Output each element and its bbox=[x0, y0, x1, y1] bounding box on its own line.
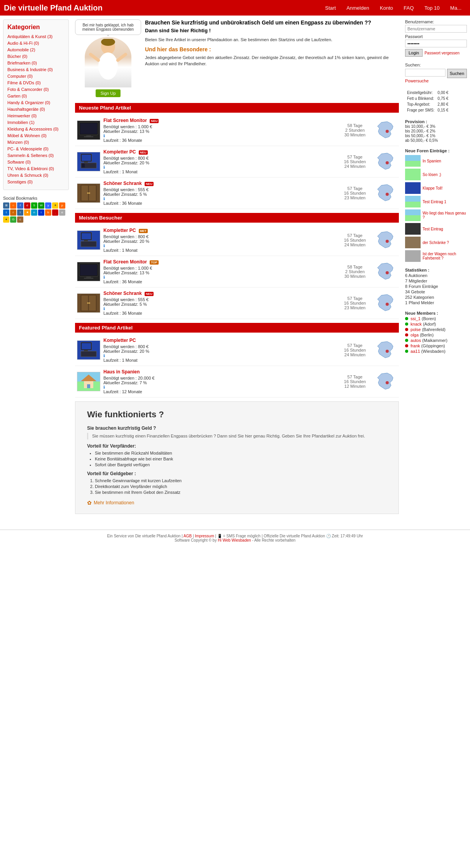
forum-link[interactable]: Test Eintrag bbox=[423, 227, 443, 231]
social-icon-7[interactable]: y bbox=[45, 202, 51, 209]
social-icon-16[interactable]: b bbox=[45, 209, 51, 216]
social-icon-12[interactable]: l bbox=[17, 209, 23, 216]
article-title-link[interactable]: Schöner Schrank bbox=[103, 291, 142, 296]
social-icon-15[interactable]: i bbox=[38, 209, 44, 216]
member-link[interactable]: autos bbox=[411, 338, 421, 343]
nav-konto[interactable]: Konto bbox=[380, 5, 393, 11]
cat-filme[interactable]: Filme & DVDs (0) bbox=[7, 80, 41, 85]
social-icon-3[interactable]: f bbox=[17, 202, 23, 209]
social-icon-17[interactable]: . bbox=[52, 209, 58, 216]
cat-handy[interactable]: Handy & Organizer (0) bbox=[7, 100, 50, 105]
copyright-link[interactable]: Hi Web Wiesbaden bbox=[218, 538, 251, 542]
nav-anmelden[interactable]: Anmelden bbox=[346, 5, 369, 11]
footer-agb-link[interactable]: AGB bbox=[183, 534, 192, 538]
social-icon-4[interactable]: d bbox=[24, 202, 30, 209]
svg-point-20 bbox=[87, 192, 89, 194]
powersuche-link[interactable]: Powersuche bbox=[405, 78, 429, 83]
footer-sms-icon: 📱 bbox=[217, 534, 222, 538]
forgot-password-link[interactable]: Passwort vergessen bbox=[425, 51, 460, 55]
social-icon-6[interactable]: W bbox=[38, 202, 44, 209]
social-icon-14[interactable]: n bbox=[31, 209, 37, 216]
cat-business[interactable]: Business & Industrie (0) bbox=[7, 67, 53, 72]
cat-antiquitaeten[interactable]: Antiquitäten & Kunst (3) bbox=[7, 34, 52, 39]
svg-rect-11 bbox=[82, 155, 91, 161]
member-link[interactable]: frank bbox=[411, 343, 420, 348]
member-link[interactable]: aa11 bbox=[411, 349, 420, 354]
forum-link[interactable]: Wo liegt das Haus genau ? bbox=[423, 211, 467, 220]
article-benoetigt: Benötigt werden : 1.000 € bbox=[103, 124, 336, 129]
social-icon-19[interactable]: ♦ bbox=[3, 216, 9, 223]
forum-link[interactable]: Ist der Wagen noch Fahrbereit ? bbox=[423, 252, 467, 260]
social-icon-1[interactable]: ⊞ bbox=[3, 202, 9, 209]
footer-impressum-link[interactable]: Impressum bbox=[195, 534, 214, 538]
article-info: Schöner Schrank NEU Benötigt werden : 55… bbox=[103, 181, 336, 206]
signup-button[interactable]: Sign Up bbox=[96, 89, 120, 97]
member-link[interactable]: knack bbox=[411, 322, 422, 326]
nav-ma[interactable]: Ma... bbox=[450, 5, 461, 11]
cat-briefmarken[interactable]: Briefmarken (0) bbox=[7, 61, 37, 65]
nav-faq[interactable]: FAQ bbox=[404, 5, 414, 11]
cat-audio[interactable]: Audio & Hi-Fi (0) bbox=[7, 41, 39, 45]
cat-muenzen[interactable]: Münzen (0) bbox=[7, 140, 29, 145]
member-link[interactable]: polse bbox=[411, 327, 421, 332]
footer-sms-text: = SMS Frage möglich | Offizielle Die vir… bbox=[223, 534, 325, 538]
mehr-info-link[interactable]: ✿ Mehr Informationen bbox=[87, 500, 134, 506]
cat-pc-spiele[interactable]: PC- & Videospiele (0) bbox=[7, 146, 49, 151]
article-title-link[interactable]: Haus in Spanien bbox=[103, 369, 140, 375]
social-icon-18[interactable]: e bbox=[59, 209, 65, 216]
cat-sammeln[interactable]: Sammeln & Seltenes (0) bbox=[7, 153, 54, 158]
advantages-verpfaender-list: Sie bestimmen die Rückzahl Modalitäten K… bbox=[95, 451, 387, 467]
forum-link[interactable]: der Schränke ? bbox=[423, 241, 449, 245]
cat-garten[interactable]: Garten (0) bbox=[7, 94, 27, 98]
forum-link[interactable]: Test Eintrag 1 bbox=[423, 200, 446, 204]
article-map bbox=[374, 120, 397, 140]
social-icon-11[interactable]: r bbox=[10, 209, 16, 216]
forum-link[interactable]: So lösen ;) bbox=[423, 173, 441, 177]
cat-heimwerker[interactable]: Heimwerker (0) bbox=[7, 113, 37, 118]
social-icon-21[interactable]: c bbox=[17, 216, 23, 223]
search-input[interactable] bbox=[405, 69, 446, 77]
forum-thumb bbox=[405, 155, 421, 167]
article-title-link[interactable]: Kompletter PC bbox=[103, 228, 136, 233]
forum-item: Wo liegt das Haus genau ? bbox=[405, 209, 467, 221]
article-title-link[interactable]: Schöner Schrank bbox=[103, 181, 142, 186]
search-button[interactable]: Suchen bbox=[447, 69, 467, 78]
social-icon-13[interactable]: ★ bbox=[24, 209, 30, 216]
article-title-link[interactable]: Kompletter PC bbox=[103, 149, 136, 155]
cat-haushalts[interactable]: Haushaltsgeräte (0) bbox=[7, 107, 45, 112]
social-icon-2[interactable]: ○ bbox=[10, 202, 16, 209]
forum-link[interactable]: In Spanien bbox=[423, 159, 441, 163]
cat-tv[interactable]: TV, Video & Elektroni (0) bbox=[7, 166, 54, 171]
social-icon-10[interactable]: t bbox=[3, 209, 9, 216]
cat-automobile[interactable]: Automobile (2) bbox=[7, 47, 35, 52]
member-link[interactable]: ssi_1 bbox=[411, 316, 421, 321]
cat-computer[interactable]: Computer (0) bbox=[7, 74, 33, 78]
article-title-link[interactable]: Flat Screen Monitor bbox=[103, 118, 147, 123]
cat-buecher[interactable]: Bücher (0) bbox=[7, 54, 27, 59]
cat-sonstiges[interactable]: Sonstiges (0) bbox=[7, 180, 33, 184]
cat-software[interactable]: Software (0) bbox=[7, 160, 31, 164]
article-title-link[interactable]: Flat Screen Monitor bbox=[103, 259, 147, 265]
nav-top10[interactable]: Top 10 bbox=[425, 5, 440, 11]
intro-headline1: Brauchen Sie kurzfristig und unbürokrati… bbox=[145, 19, 399, 26]
social-icon-20[interactable]: G bbox=[10, 216, 16, 223]
login-button[interactable]: Login bbox=[405, 49, 423, 57]
social-icon-9[interactable]: p bbox=[59, 202, 65, 209]
username-input[interactable] bbox=[405, 25, 467, 33]
social-icon-5[interactable]: S bbox=[31, 202, 37, 209]
table-row: Top-Angebot: 2,80 € bbox=[406, 102, 449, 107]
person-svg bbox=[89, 39, 128, 85]
article-title-link[interactable]: Kompletter PC bbox=[103, 338, 136, 343]
member-link[interactable]: olga bbox=[411, 333, 419, 337]
cat-moebel[interactable]: Möbel & Wohnen (0) bbox=[7, 133, 47, 138]
cat-immobilien[interactable]: Immobilien (1) bbox=[7, 120, 35, 125]
nav-start[interactable]: Start bbox=[325, 5, 335, 11]
cat-foto[interactable]: Foto & Camcorder (0) bbox=[7, 87, 49, 92]
cat-kleidung[interactable]: Kleidung & Accessoires (0) bbox=[7, 127, 58, 131]
social-icon-8[interactable]: ✶ bbox=[52, 202, 58, 209]
password-input[interactable] bbox=[405, 40, 467, 47]
forum-link[interactable]: Klappe Toll! bbox=[423, 186, 443, 190]
site-title: Die virtuelle Pfand Auktion bbox=[4, 3, 320, 12]
member-item: autos (Maikammer) bbox=[405, 338, 467, 343]
cat-uhren[interactable]: Uhren & Schmuck (0) bbox=[7, 173, 48, 178]
